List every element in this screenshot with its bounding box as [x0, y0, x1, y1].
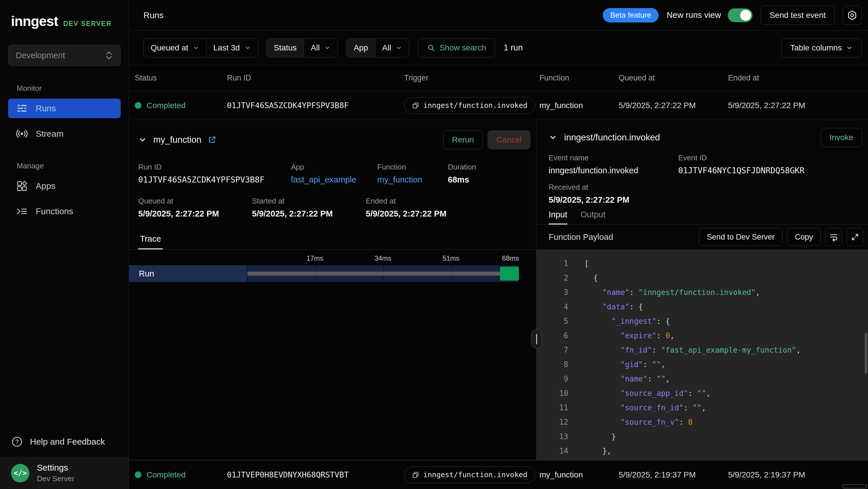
- word-wrap-button[interactable]: [826, 228, 842, 246]
- panel-resize-handle[interactable]: [531, 329, 542, 349]
- column-header-status: Status: [135, 74, 227, 83]
- environment-select[interactable]: Development: [8, 45, 121, 66]
- trace-row-run[interactable]: Run: [129, 265, 519, 282]
- tab-trace[interactable]: Trace: [138, 234, 163, 250]
- chevron-down-icon: [324, 45, 331, 51]
- field-queued-at: Queued at 5/9/2025, 2:27:22 PM: [138, 197, 252, 219]
- run-id: 01JTVF46SA5ZCDK4YPFSPV3B8F: [227, 101, 404, 110]
- code-text: {: [584, 271, 598, 285]
- toggle-knob: [740, 10, 751, 21]
- sidebar-bottom: ? Help and Feedback </> Settings Dev Ser…: [0, 427, 129, 489]
- sidebar-item-label: Functions: [36, 206, 73, 216]
- run-row[interactable]: Completed 01JTVF46SA5ZCDK4YPFSPV3B8F inn…: [129, 91, 868, 120]
- copy-button[interactable]: Copy: [787, 228, 821, 246]
- run-detail-fields-row2: Queued at 5/9/2025, 2:27:22 PM Started a…: [138, 197, 530, 219]
- run-ended-at: 5/9/2025, 2:19:37 PM: [728, 470, 868, 480]
- settings-title: Settings: [37, 463, 74, 472]
- send-to-dev-server-button[interactable]: Send to Dev Server: [699, 228, 782, 246]
- run-detail-fields-row1: Run ID 01JTVF46SA5ZCDK4YPFSPV3B8F App fa…: [138, 163, 530, 184]
- app-link[interactable]: fast_api_example: [291, 175, 377, 184]
- help-icon: ?: [11, 436, 23, 448]
- external-link-icon[interactable]: [208, 136, 216, 144]
- function-link[interactable]: my_function: [377, 175, 448, 184]
- help-and-feedback[interactable]: ? Help and Feedback: [0, 427, 129, 457]
- runs-icon: [16, 103, 28, 114]
- run-count: 1 run: [504, 43, 523, 53]
- run-queued-at: 5/9/2025, 2:27:22 PM: [619, 101, 728, 110]
- time-field-value: Queued at: [151, 43, 188, 53]
- table-columns-button[interactable]: Table columns: [781, 38, 862, 57]
- filter-bar: Queued at Last 3d Status All: [129, 31, 868, 65]
- sidebar-item-apps[interactable]: Apps: [8, 176, 121, 196]
- dev-server-avatar: </>: [11, 464, 29, 482]
- code-line: 14 },: [536, 444, 868, 458]
- field-run-id: Run ID 01JTVF46SA5ZCDK4YPFSPV3B8F: [138, 163, 291, 184]
- sidebar-item-functions[interactable]: Functions: [8, 202, 121, 221]
- collapse-chevron-icon[interactable]: [549, 133, 557, 142]
- line-number: 5: [536, 314, 568, 328]
- tab-output[interactable]: Output: [581, 210, 606, 224]
- cancel-button[interactable]: Cancel: [488, 130, 530, 149]
- code-text: "source_fn_v": 0: [584, 415, 693, 429]
- run-row[interactable]: Completed 01JTVEP0H8EVDNYXH68QRSTVBT inn…: [129, 460, 868, 489]
- horizontal-scrollbar[interactable]: [842, 484, 867, 488]
- code-text: "gid": "",: [584, 357, 665, 372]
- event-io-tabs: Input Output: [536, 210, 868, 225]
- show-search-button[interactable]: Show search: [418, 38, 495, 57]
- sidebar-item-label: Apps: [36, 181, 55, 191]
- settings-gear-button[interactable]: [843, 6, 862, 25]
- tab-input[interactable]: Input: [549, 210, 567, 225]
- sidebar-item-stream[interactable]: Stream: [8, 124, 121, 144]
- run-detail-actions: Rerun Cancel: [443, 130, 530, 149]
- rerun-button[interactable]: Rerun: [443, 130, 483, 149]
- line-number: 2: [536, 271, 568, 285]
- invoke-button[interactable]: Invoke: [821, 128, 863, 147]
- collapse-chevron-icon[interactable]: [138, 136, 147, 144]
- time-range-value: Last 3d: [213, 43, 240, 53]
- environment-select-value: Development: [16, 51, 65, 60]
- run-detail-title: my_function: [153, 135, 201, 145]
- code-text: },: [584, 444, 611, 458]
- trace-execution-span: [500, 267, 519, 281]
- code-text: "name": "inngest/function.invoked",: [584, 285, 760, 299]
- code-text: [: [584, 256, 589, 271]
- svg-text:?: ?: [15, 438, 19, 445]
- send-test-event-button[interactable]: Send test event: [761, 6, 835, 25]
- line-number: 13: [536, 429, 568, 444]
- page-title: Runs: [144, 10, 163, 20]
- status-dot-icon: [135, 102, 142, 109]
- time-field-select[interactable]: Queued at: [144, 39, 206, 57]
- code-text: "data": {: [584, 299, 643, 314]
- event-detail-header: inngest/function.invoked Invoke: [549, 128, 862, 147]
- new-runs-view-toggle[interactable]: [728, 8, 752, 22]
- field-ended-at: Ended at 5/9/2025, 2:27:22 PM: [366, 197, 530, 219]
- search-icon: [427, 44, 435, 52]
- trace-row-label: Run: [129, 265, 247, 282]
- code-line: 8 "gid": "",: [536, 357, 868, 372]
- topbar-actions: Beta feature New runs view Send test eve…: [603, 6, 862, 25]
- code-vertical-scrollbar[interactable]: [865, 333, 867, 373]
- trace-duration-bar: [247, 271, 500, 276]
- sidebar-section-monitor: Monitor: [17, 84, 129, 93]
- line-number: 10: [536, 386, 568, 401]
- time-range-select[interactable]: Last 3d: [206, 39, 258, 57]
- sidebar-item-runs[interactable]: Runs: [8, 98, 121, 118]
- run-function: my_function: [539, 101, 619, 110]
- code-line: 9 "name": "",: [536, 372, 868, 386]
- chevron-down-icon: [245, 45, 251, 51]
- runs-table-header: Status Run ID Trigger Function Queued at…: [129, 65, 868, 91]
- settings[interactable]: </> Settings Dev Server: [0, 457, 129, 489]
- column-header-run-id: Run ID: [227, 74, 404, 83]
- payload-actions: Send to Dev Server Copy: [699, 228, 863, 246]
- sidebar-item-label: Stream: [36, 129, 64, 139]
- code-text: }: [584, 429, 616, 444]
- column-header-ended-at: Ended at: [728, 74, 868, 83]
- run-status: Completed: [135, 101, 227, 110]
- app-filter-select[interactable]: All: [375, 39, 409, 57]
- expand-button[interactable]: [847, 228, 863, 246]
- status-filter-select[interactable]: All: [304, 39, 338, 57]
- code-line: 7 "fn_id": "fast_api_example-my_function…: [536, 343, 868, 357]
- field-event-id: Event ID 01JTVF46NYC1QSFJDNRDQ58GKR: [678, 153, 862, 175]
- field-function: Function my_function: [377, 163, 448, 184]
- line-number: 3: [536, 285, 568, 299]
